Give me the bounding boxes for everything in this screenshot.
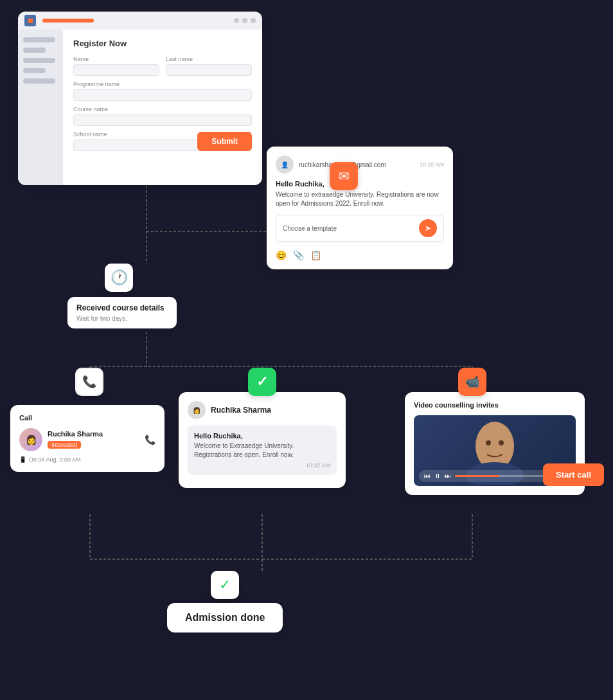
progress-fill (455, 475, 499, 477)
camera-icon: 📹 (465, 375, 479, 389)
form-content: Register Now Name Last name Programme na… (63, 30, 262, 160)
wa-header: 👩 Ruchika Sharma (188, 401, 337, 419)
admission-title: Admission done (185, 612, 265, 624)
email-time: 10:32 AM (420, 161, 444, 168)
start-call-button[interactable]: Start call (543, 463, 604, 486)
email-template-row: Choose a template ➤ (276, 215, 444, 242)
whatsapp-card: 👩 Ruchika Sharma Hello Ruchika, Welcome … (179, 392, 346, 488)
pause-icon[interactable]: ⏸ (434, 472, 441, 480)
wa-body: Welcome to Extraaedge University. Regist… (194, 442, 330, 460)
wa-user-name: Ruchika Sharma (211, 406, 271, 415)
camera-icon-node: 📹 (458, 368, 486, 396)
template-icon[interactable]: 📋 (310, 250, 321, 260)
name-row: Name Last name (73, 56, 252, 76)
lastname-field: Last name (166, 56, 252, 76)
logo-icon (24, 15, 36, 26)
name-field: Name (73, 56, 159, 76)
check-icon: ✓ (211, 571, 239, 599)
email-icon: ✉ (339, 168, 350, 184)
wa-greeting: Hello Ruchika, (194, 432, 330, 440)
course-field: Course name (73, 106, 252, 126)
register-card: Register Now Name Last name Programme na… (18, 12, 262, 185)
window-dots (234, 18, 256, 23)
call-phone-icon: 📞 (145, 435, 155, 445)
course-input[interactable] (73, 114, 252, 126)
lastname-input[interactable] (166, 64, 252, 76)
wait-subtitle: Wait for two days. (76, 315, 168, 322)
accent-bar (42, 19, 94, 22)
wait-title: Received course details (76, 303, 168, 312)
whatsapp-icon-node: ✓ (248, 368, 276, 396)
admission-node: ✓ Admission done (167, 571, 283, 633)
clock-icon-node: 🕐 (105, 264, 133, 296)
attach-icon[interactable]: 📎 (293, 250, 304, 260)
name-input[interactable] (73, 64, 159, 76)
call-status-badge: Interested (48, 441, 81, 449)
emoji-icon[interactable]: 😊 (276, 250, 287, 260)
wa-avatar: 👩 (188, 401, 206, 419)
window-bar (18, 12, 262, 30)
email-actions: 😊 📎 📋 (276, 246, 444, 260)
video-card: Video counselling invites ⏮ ⏸ ⏭ Start ca… (405, 392, 585, 495)
email-greeting: Hello Ruchika, (276, 180, 444, 188)
video-card-title: Video counselling invites (414, 401, 576, 409)
wait-card: Received course details Wait for two day… (67, 297, 177, 328)
call-date: 📱 On 08 Aug, 9:00 AM (19, 456, 155, 463)
send-button[interactable]: ➤ (419, 219, 437, 237)
email-card: 👤 ruchikarsharma43@gmail.com 10:32 AM He… (267, 147, 453, 269)
template-placeholder: Choose a template (283, 225, 415, 232)
clock-icon: 🕐 (105, 264, 133, 292)
call-user-info: Ruchika Sharma Interested (48, 430, 103, 449)
email-header: 👤 ruchikarsharma43@gmail.com 10:32 AM (276, 156, 444, 174)
phone-small-icon: 📱 (19, 456, 26, 463)
submit-button[interactable]: Submit (197, 132, 252, 151)
svg-point-19 (486, 440, 491, 445)
call-card-title: Call (19, 414, 155, 422)
side-nav (18, 30, 63, 185)
phone-icon: 📞 (82, 375, 96, 389)
whatsapp-icon: ✓ (256, 373, 268, 390)
call-card: Call 👩 Ruchika Sharma Interested 📞 📱 On … (10, 405, 164, 472)
call-user-row: 👩 Ruchika Sharma Interested 📞 (19, 428, 155, 451)
call-avatar: 👩 (19, 428, 42, 451)
play-prev-icon[interactable]: ⏮ (424, 472, 431, 480)
sender-avatar: 👤 (276, 156, 294, 174)
wa-time: 10:32 AM (194, 462, 330, 469)
play-next-icon[interactable]: ⏭ (445, 472, 451, 480)
form-title: Register Now (73, 39, 252, 48)
email-icon-node: ✉ (330, 162, 358, 190)
programme-input[interactable] (73, 89, 252, 101)
phone-icon-node: 📞 (75, 368, 103, 396)
svg-point-20 (499, 440, 504, 445)
call-user-name: Ruchika Sharma (48, 430, 103, 438)
wa-bubble: Hello Ruchika, Welcome to Extraaedge Uni… (188, 426, 337, 475)
admission-card: Admission done (167, 603, 283, 633)
programme-field: Programme name (73, 81, 252, 101)
email-body: Welcome to extraaedge University. Regist… (276, 190, 444, 208)
